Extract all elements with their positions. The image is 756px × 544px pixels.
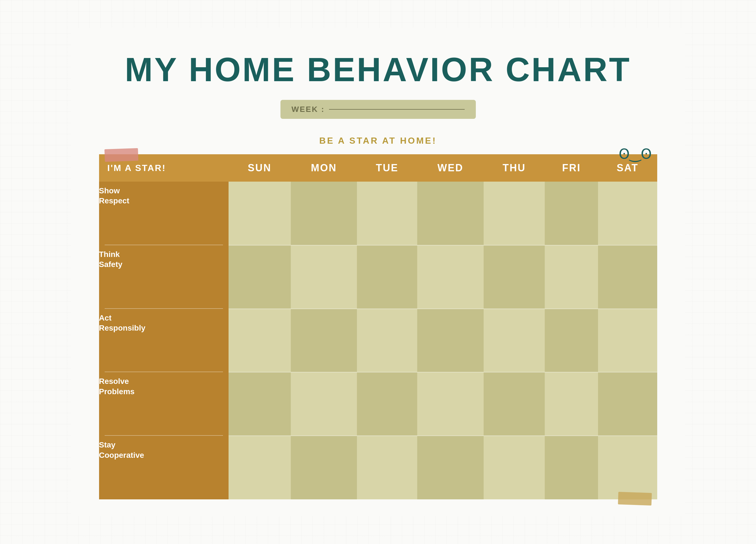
cell-act-responsibly-sun[interactable]	[229, 309, 291, 372]
header-wed: WED	[417, 154, 483, 182]
label-stay-cooperative: StayCooperative	[99, 436, 229, 499]
cell-stay-cooperative-mon[interactable]	[291, 436, 357, 499]
week-line-decoration	[329, 109, 465, 110]
chart-wrapper: ʘ‿ʘ I'M A STAR! SUN MON TUE WED THU FRI …	[99, 154, 657, 499]
cell-resolve-problems-sat[interactable]	[598, 372, 657, 436]
cell-act-responsibly-tue[interactable]	[357, 309, 417, 372]
cell-think-safety-tue[interactable]	[357, 245, 417, 309]
cell-resolve-problems-wed[interactable]	[417, 372, 483, 436]
cell-act-responsibly-sat[interactable]	[598, 309, 657, 372]
header-mon: MON	[291, 154, 357, 182]
smiley-icon: ʘ‿ʘ	[619, 146, 652, 162]
cell-think-safety-fri[interactable]	[545, 245, 598, 309]
cell-stay-cooperative-thu[interactable]	[484, 436, 545, 499]
cell-show-respect-sun[interactable]	[229, 182, 291, 245]
cell-stay-cooperative-sat[interactable]	[598, 436, 657, 499]
row-show-respect: ShowRespect	[99, 182, 657, 245]
row-stay-cooperative: StayCooperative	[99, 436, 657, 499]
tape-decoration-top-left	[104, 148, 138, 162]
header-thu: THU	[484, 154, 545, 182]
cell-resolve-problems-mon[interactable]	[291, 372, 357, 436]
cell-stay-cooperative-wed[interactable]	[417, 436, 483, 499]
cell-show-respect-fri[interactable]	[545, 182, 598, 245]
cell-act-responsibly-mon[interactable]	[291, 309, 357, 372]
label-resolve-problems: ResolveProblems	[99, 372, 229, 436]
header-sun: SUN	[229, 154, 291, 182]
cell-act-responsibly-thu[interactable]	[484, 309, 545, 372]
row-act-responsibly: ActResponsibly	[99, 309, 657, 372]
cell-resolve-problems-fri[interactable]	[545, 372, 598, 436]
cell-show-respect-tue[interactable]	[357, 182, 417, 245]
cell-stay-cooperative-fri[interactable]	[545, 436, 598, 499]
label-show-respect: ShowRespect	[99, 182, 229, 245]
header-row: I'M A STAR! SUN MON TUE WED THU FRI SAT	[99, 154, 657, 182]
cell-think-safety-sun[interactable]	[229, 245, 291, 309]
cell-stay-cooperative-sun[interactable]	[229, 436, 291, 499]
cell-stay-cooperative-tue[interactable]	[357, 436, 417, 499]
row-resolve-problems: ResolveProblems	[99, 372, 657, 436]
subtitle: BE A STAR AT HOME!	[319, 136, 437, 146]
cell-think-safety-thu[interactable]	[484, 245, 545, 309]
cell-think-safety-sat[interactable]	[598, 245, 657, 309]
cell-think-safety-mon[interactable]	[291, 245, 357, 309]
label-think-safety: ThinkSafety	[99, 245, 229, 309]
cell-resolve-problems-sun[interactable]	[229, 372, 291, 436]
row-think-safety: ThinkSafety	[99, 245, 657, 309]
cell-act-responsibly-wed[interactable]	[417, 309, 483, 372]
page-title: MY HOME BEHAVIOR CHART	[125, 50, 631, 89]
cell-show-respect-thu[interactable]	[484, 182, 545, 245]
cell-show-respect-sat[interactable]	[598, 182, 657, 245]
tape-decoration-bottom-right	[618, 492, 652, 505]
cell-show-respect-mon[interactable]	[291, 182, 357, 245]
header-fri: FRI	[545, 154, 598, 182]
cell-resolve-problems-thu[interactable]	[484, 372, 545, 436]
week-label: WEEK :	[292, 105, 325, 114]
cell-resolve-problems-tue[interactable]	[357, 372, 417, 436]
cell-think-safety-wed[interactable]	[417, 245, 483, 309]
label-act-responsibly: ActResponsibly	[99, 309, 229, 372]
behavior-chart-table: I'M A STAR! SUN MON TUE WED THU FRI SAT …	[99, 154, 657, 499]
week-input-container: WEEK :	[280, 100, 476, 119]
header-tue: TUE	[357, 154, 417, 182]
cell-act-responsibly-fri[interactable]	[545, 309, 598, 372]
cell-show-respect-wed[interactable]	[417, 182, 483, 245]
page-container: MY HOME BEHAVIOR CHART WEEK : BE A STAR …	[71, 28, 685, 516]
